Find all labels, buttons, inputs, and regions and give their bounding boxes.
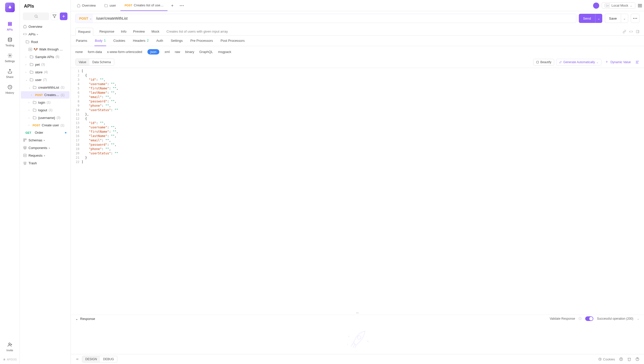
new-tab-button[interactable] [168,0,177,11]
innertab-auth[interactable]: Auth [156,36,164,46]
bodytype-urlencoded[interactable]: x-www-form-urlencoded [107,50,142,54]
sidebar-item-components[interactable]: Components ▸ [21,144,69,152]
innertab-cookies[interactable]: Cookies [113,36,126,46]
dynamic-value-button[interactable]: Dynamic Value [604,59,633,65]
help-button[interactable] [635,357,639,361]
bodytype-raw[interactable]: raw [175,50,180,54]
tab-user[interactable]: user [100,0,120,11]
trash-button[interactable] [627,357,631,361]
mode-design[interactable]: DESIGN [82,356,100,362]
resize-handle[interactable]: ••• [71,312,644,315]
upload-button[interactable] [619,357,623,361]
tree-createwithlist[interactable]: ⌄ createWithList (1) [21,84,69,91]
code-icon-button[interactable] [629,30,633,33]
tree-root[interactable]: Root [21,38,69,46]
upload-icon [619,357,623,361]
help-icon[interactable]: ⓘ [579,317,582,321]
environment-selector[interactable]: Lo Local Mock ⌄ [602,2,635,9]
tree-logout[interactable]: › logout (1) [21,106,69,114]
innertab-body[interactable]: Body 1 [94,36,106,46]
innertab-settings[interactable]: Settings [170,36,183,46]
add-button[interactable] [60,12,67,20]
panel-icon-button[interactable] [636,30,639,33]
response-toggle[interactable]: ⌄ Response [75,317,95,321]
save-dropdown[interactable]: ⌄ [621,14,628,23]
nav-testing[interactable]: Testing [0,34,20,50]
tree-login[interactable]: › login (1) [21,99,69,106]
bodytype-msgpack[interactable]: msgpack [218,50,231,54]
sidebar-item-requests[interactable]: Requests ▸ [21,152,69,159]
tree-sample-apis[interactable]: › Sample APIs (5) [21,53,69,61]
sidebar-item-trash[interactable]: Trash [21,159,69,167]
seg-dataschema[interactable]: Data Schema [89,59,114,65]
folder-icon [33,108,37,112]
generate-button[interactable]: Generate Automatically ⌄ [556,59,601,65]
nav-share[interactable]: Share [0,66,20,82]
save-button[interactable]: Save [605,14,621,23]
creates-count: (1) [61,93,64,97]
bodytype-graphql[interactable]: GraphQL [199,50,213,54]
subtab-info[interactable]: Info [120,28,127,35]
filter-button[interactable] [51,12,58,20]
mode-debug[interactable]: DEBUG [100,356,117,362]
tab-creates[interactable]: POST Creates list of use… [120,0,167,11]
sidebar-item-overview[interactable]: Overview [21,23,69,30]
send-dropdown[interactable]: ⌄ [595,14,602,23]
seg-value[interactable]: Value [76,59,89,65]
sidebar-item-apis-group[interactable]: APIs ▸ [21,30,69,38]
subtab-preview[interactable]: Preview [133,28,145,35]
code-editor[interactable]: 12345678910111213141516171819202122 [ { … [71,68,644,312]
tab-menu-button[interactable] [177,0,186,11]
format-button[interactable] [635,60,639,64]
link-icon-button[interactable] [623,30,626,33]
chevron-down-icon[interactable]: ⌄ [637,317,639,320]
bodytype-json[interactable]: json [147,49,160,55]
beautify-button[interactable]: Beautify [533,59,554,65]
collapse-button[interactable] [75,357,79,361]
nav-apis[interactable]: APIs [0,18,20,34]
chevron-right-icon: › [29,116,31,119]
bodytype-none[interactable]: none [75,50,83,54]
innertab-post[interactable]: Post Processors [220,36,245,46]
tree-walkthrough[interactable]: M 🐶 Walk through … [21,46,69,53]
menu-button[interactable] [638,4,642,7]
subtab-mock[interactable]: Mock [151,28,160,35]
innertab-pre[interactable]: Pre Processors [190,36,214,46]
tree-creates-endpoint[interactable]: › POST Creates… (1) [21,91,69,99]
method-select[interactable]: POST ⌄ [75,14,95,23]
send-button[interactable]: Send [579,14,595,23]
chevron-right-icon: ▸ [44,154,47,157]
bodytype-binary[interactable]: binary [185,50,194,54]
url-input[interactable] [93,14,576,23]
app-logo [5,3,15,12]
nav-history[interactable]: History [0,82,20,97]
innertab-headers[interactable]: Headers 2 [132,36,149,46]
search-input[interactable] [23,12,49,20]
user-avatar[interactable] [593,3,599,9]
code-area[interactable]: [ { "id": "", "username": "", "firstName… [81,69,644,311]
bodytype-xml[interactable]: xml [164,50,170,54]
chevron-right-icon: › [31,93,34,96]
method-badge: GET [25,131,31,134]
subtab-response[interactable]: Response [99,28,115,35]
tree-store[interactable]: › store (4) [21,68,69,76]
sidebar-item-schemas[interactable]: Schemas ▸ [21,136,69,144]
tree-create-user[interactable]: › POST Create user (1) [21,122,69,129]
tree-user[interactable]: ⌄ user (7) [21,76,69,84]
tree-order[interactable]: GET Order [21,129,69,136]
validate-label: Validate Response [550,317,575,320]
subtab-request[interactable]: Request [75,28,93,36]
cookies-button[interactable]: Cookies [598,357,615,361]
tab-overview[interactable]: Overview [73,0,100,11]
tree-pet[interactable]: › pet (3) [21,61,69,68]
bodytype-formdata[interactable]: form-data [88,50,102,54]
nav-invite[interactable]: Invite [0,339,20,355]
tree-username[interactable]: › {username} (3) [21,114,69,122]
validate-toggle[interactable] [585,316,593,321]
status-text: Successful operation (200) [597,317,633,320]
innertab-params[interactable]: Params [75,36,88,46]
more-actions-button[interactable] [631,14,639,23]
create-user-label: Create user [42,123,59,127]
nav-settings[interactable]: Settings [0,50,20,66]
sparkle-icon [536,61,539,64]
